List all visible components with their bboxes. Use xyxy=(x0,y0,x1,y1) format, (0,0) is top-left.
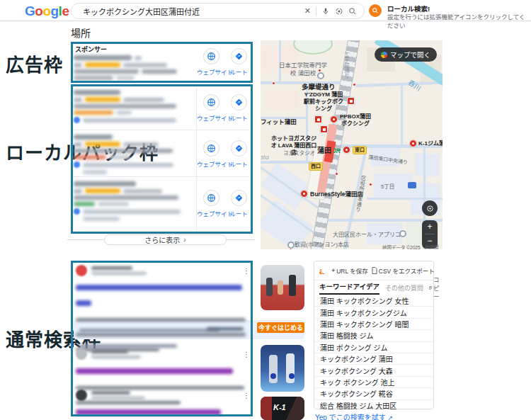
lens-camera-icon[interactable] xyxy=(335,7,343,16)
keyword-row[interactable]: キックボクシング 蒲田 xyxy=(314,353,433,364)
more-options-icon[interactable]: ⋮ xyxy=(243,351,250,358)
keyword-row[interactable]: 蒲田 キックボクシング 暗闇 xyxy=(314,318,433,329)
result-thumbnail-boxing[interactable] xyxy=(261,345,304,392)
result-thumbnail-k1[interactable]: K-1 xyxy=(261,397,304,420)
clear-search-icon[interactable]: ✕ xyxy=(304,6,311,16)
map-block xyxy=(415,154,440,176)
map-category-label: ヨガスタジオ xyxy=(283,150,315,157)
keyword-row[interactable]: キックボクシング 糀谷 xyxy=(314,387,433,399)
result-thumbnail-gym[interactable] xyxy=(261,265,304,310)
keyword-row[interactable]: 蒲田 キックボクシングジム xyxy=(314,306,433,317)
globe-icon xyxy=(207,144,216,153)
zoom-in-button[interactable]: + xyxy=(422,220,438,234)
station-label: 蒲田 xyxy=(317,147,331,156)
keyword-row[interactable]: キック ボクシング 池上 xyxy=(314,376,433,387)
blurred-address xyxy=(74,69,139,74)
show-more-button[interactable]: さらに表示 › xyxy=(104,234,227,245)
search-box-icons: ✕ xyxy=(304,6,357,16)
map-attribution: 地図データ ©2025 xyxy=(382,244,421,249)
site-favicon xyxy=(76,390,87,401)
poi-dot-marker[interactable] xyxy=(272,81,275,85)
poi-dot-marker[interactable] xyxy=(369,183,372,186)
map-road-label: 工学院通り xyxy=(343,52,349,79)
blurred-business-name xyxy=(74,181,136,186)
start-now-badge[interactable]: 今すぐはじめる xyxy=(257,322,304,333)
blurred-site-name xyxy=(91,391,130,395)
station-pin-marker[interactable] xyxy=(343,146,350,154)
ad-route-button[interactable]: ルート xyxy=(224,48,253,76)
gym-pin-marker[interactable] xyxy=(409,140,417,147)
blurred-result-title xyxy=(76,285,242,290)
blurred-status-closing-soon xyxy=(74,110,113,115)
local-route-button[interactable]: ルート xyxy=(224,190,253,217)
divider xyxy=(74,176,250,177)
ad-website-button[interactable]: ウェブサイト xyxy=(197,48,225,76)
blurred-business-name xyxy=(74,90,120,95)
directions-icon xyxy=(234,193,244,203)
blurred-category xyxy=(123,189,162,193)
search-input[interactable] xyxy=(81,6,304,16)
more-options-icon[interactable]: ⋮ xyxy=(243,392,250,399)
tab-keyword-ideas[interactable]: キーワードアイデア xyxy=(319,281,379,295)
poi-dot-marker[interactable] xyxy=(289,248,292,249)
site-favicon xyxy=(76,348,87,360)
tab-other-questions[interactable]: その他の質問 xyxy=(385,283,423,293)
building-icon xyxy=(399,230,406,237)
keyword-row[interactable]: 蒲田 格闘技 ジム xyxy=(314,329,433,341)
my-location-button[interactable] xyxy=(422,200,438,216)
local-website-button[interactable]: ウェブサイト xyxy=(197,140,225,168)
poi-dot-marker[interactable] xyxy=(353,83,356,86)
west-exit-badge: 西口 xyxy=(309,162,323,171)
more-options-icon[interactable]: ⋮ xyxy=(243,267,250,275)
chevron-right-icon: › xyxy=(183,236,185,244)
organic-result[interactable]: ⋮ xyxy=(76,390,250,418)
blurred-star-rating xyxy=(85,62,120,67)
local-route-button[interactable]: ルート xyxy=(224,140,253,168)
keyword-row[interactable]: 蒲田 キックボクシング 女性 xyxy=(314,295,433,306)
map-road xyxy=(367,198,442,200)
places-section-heading: 場所 xyxy=(71,25,91,40)
blurred-snippet xyxy=(76,318,246,322)
save-url-button[interactable]: + URL を保存 xyxy=(331,266,368,275)
blurred-quote xyxy=(83,210,181,214)
poi-dot-marker[interactable] xyxy=(335,172,338,176)
mic-icon[interactable] xyxy=(321,7,330,16)
search-icon[interactable] xyxy=(348,7,357,16)
directions-icon xyxy=(234,98,244,107)
annotation-ad-slot: 広告枠 xyxy=(6,50,63,76)
local-website-button[interactable]: ウェブサイト xyxy=(197,94,225,122)
local-route-button[interactable]: ルート xyxy=(224,94,253,122)
keyword-row[interactable]: 総合 格闘技 ジム 大田区 xyxy=(314,399,433,411)
open-in-maps-button[interactable]: マップで開く xyxy=(375,47,437,62)
gym-square-marker[interactable] xyxy=(347,97,355,105)
search-box[interactable]: ✕ xyxy=(71,3,365,19)
gym-square-marker[interactable] xyxy=(320,125,328,133)
blurred-text-bar xyxy=(135,56,142,60)
blurred-quote xyxy=(83,118,176,123)
globe-icon xyxy=(207,52,216,61)
export-csv-button[interactable]: CSV をエクスポート xyxy=(372,266,435,275)
gym-pin-marker[interactable] xyxy=(300,190,308,198)
blurred-business-name xyxy=(74,135,113,140)
blurred-result-title xyxy=(76,368,233,374)
blurred-address xyxy=(74,104,176,108)
map-label: 5丁目 xyxy=(381,183,394,190)
keyword-tool-panel: a + URL を保存 CSV をエクスポート キーワードアイデア その他の質問… xyxy=(314,261,434,409)
map-terms-link[interactable]: 利用規約 xyxy=(425,244,442,249)
logo-letter: e xyxy=(62,4,69,18)
gym-square-marker[interactable] xyxy=(314,115,322,123)
google-logo[interactable]: Google xyxy=(25,4,69,19)
blurred-promo-text xyxy=(79,344,177,348)
save-url-label: URL を保存 xyxy=(336,266,368,275)
poi-dot-marker[interactable] xyxy=(318,69,321,72)
blurred-category xyxy=(123,98,164,102)
local-website-button[interactable]: ウェブサイト xyxy=(197,190,225,217)
yep-search-link[interactable]: Yep でこの検索を試す ↗ xyxy=(315,412,393,420)
keyword-row[interactable]: 蒲田 ボクシング ジム xyxy=(314,341,433,353)
map[interactable]: 日本工学院専門学校 蒲田校 工学院通り 多摩堤通り 呑川 Y'ZDGYM 蒲田駅… xyxy=(261,40,442,249)
show-more-label: さらに表示 xyxy=(144,234,180,245)
photo-figure xyxy=(278,280,283,295)
keyword-row[interactable]: キックボクシング 大森 xyxy=(314,364,433,375)
extension-tip-subtitle: 設定を行うには拡張機能アイコンをクリックしてください xyxy=(387,12,531,29)
local-search-extension-icon[interactable] xyxy=(369,4,382,17)
